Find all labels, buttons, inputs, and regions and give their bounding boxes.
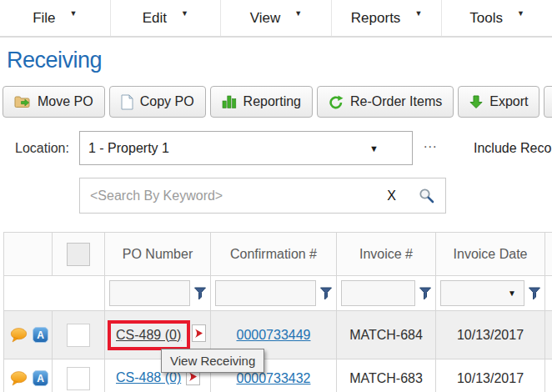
menu-item-label: Tools [469,10,503,27]
search-icon[interactable] [419,188,434,204]
row-checkbox-cell [53,359,105,392]
toolbar-button-partial[interactable] [544,86,552,118]
location-value: 1 - Property 1 [80,141,369,156]
auto-attach-badge-icon[interactable]: A [33,327,48,343]
pdf-icon[interactable] [192,324,206,345]
menu-item-label: Edit [143,10,167,27]
chevron-down-icon: ▼ [70,9,78,18]
toolbar-button-label: Reporting [243,94,301,109]
chevron-down-icon: ▼ [181,9,188,18]
column-header-row-icons [4,233,53,276]
copy-po-button[interactable]: Copy PO [109,86,206,118]
reporting-button[interactable]: Reporting [210,86,313,118]
filter-funnel-icon[interactable] [194,287,206,300]
copy-po-icon [121,94,133,110]
location-more-button[interactable]: ... [419,135,442,152]
column-header-po-number[interactable]: PO Number [105,233,211,276]
search-clear-button[interactable]: X [387,188,396,204]
bar-chart-icon [222,95,237,108]
search-input[interactable] [80,178,387,214]
invoice-cell: MATCH-683 [337,359,436,392]
select-all-checkbox[interactable] [67,243,90,266]
receiving-table: PO Number Confirmation # Invoice # Invoi… [3,232,552,392]
column-header-confirmation[interactable]: Confirmation # [211,233,337,276]
filter-funnel-icon[interactable] [419,287,431,300]
search-box: X [79,178,446,214]
row-icons-cell: A [4,359,53,392]
location-label: Location: [15,131,69,165]
chevron-down-icon: ▼ [369,143,379,153]
chevron-down-icon: ▼ [517,9,524,18]
include-reconciled-label: Include Reconc [474,131,552,165]
refresh-icon [329,95,344,109]
toolbar-button-label: Export [489,94,528,109]
move-po-button[interactable]: Move PO [3,86,105,118]
toolbar: Move PO Copy PO Reporting Re-Order Items… [3,86,552,118]
confirmation-filter-input[interactable] [215,280,316,306]
row-checkbox-cell [53,311,105,359]
svg-text:A: A [37,373,44,384]
comment-bubble-icon[interactable] [10,328,28,343]
table-row: A CS-488 (0) 0000733432 MATCH-683 10/13/… [4,359,552,392]
filter-cell-confirmation [211,276,337,311]
comment-bubble-icon[interactable] [10,371,28,386]
toolbar-button-label: Re-Order Items [350,94,442,109]
row-icons-cell: A [4,311,53,359]
menu-item-reports[interactable]: Reports ▼ [332,0,443,36]
invoice-filter-input[interactable] [341,280,415,306]
menu-item-label: Reports [351,10,401,27]
menu-item-tools[interactable]: Tools ▼ [442,0,552,36]
auto-attach-badge-icon[interactable]: A [33,370,48,386]
confirmation-link[interactable]: 0000733432 [237,371,311,385]
location-dropdown[interactable]: 1 - Property 1 ▼ [79,131,413,165]
filter-cell-empty [4,276,105,311]
confirmation-link[interactable]: 0000733449 [237,328,311,342]
annotation-red-box: CS-489 (0) [108,320,190,350]
filter-funnel-icon[interactable] [529,287,540,300]
invoice-date-cell: 10/13/2017 [436,311,545,359]
menu-item-file[interactable]: File ▼ [0,0,111,36]
filter-cell-partial [545,276,552,311]
filter-cell-invoice-date: ▼ [436,276,545,311]
download-arrow-icon [469,95,483,109]
filter-row: ▼ [4,276,552,311]
partial-cell [545,359,552,392]
table-row: A CS-489 (0) 0000733449 MATCH-684 10/13/… [4,311,552,359]
column-header-invoice-date[interactable]: Invoice Date [436,233,545,276]
table-header-row: PO Number Confirmation # Invoice # Invoi… [4,233,552,276]
page-title: Receiving [7,48,102,73]
row-checkbox[interactable] [67,367,90,390]
filter-cell-po-number [105,276,211,311]
partial-cell [545,311,552,359]
menu-item-edit[interactable]: Edit ▼ [111,0,222,36]
svg-text:A: A [37,329,44,341]
menu-item-label: View [250,10,281,27]
reorder-items-button[interactable]: Re-Order Items [317,86,454,118]
menu-bar: File ▼ Edit ▼ View ▼ Reports ▼ Tools ▼ [0,0,552,38]
menu-item-view[interactable]: View ▼ [221,0,332,36]
invoice-date-cell: 10/13/2017 [436,359,545,392]
po-number-link[interactable]: CS-489 (0) [116,328,181,342]
move-po-icon [14,95,31,108]
toolbar-button-label: Copy PO [140,94,194,109]
tooltip: View Receiving [161,349,264,373]
column-header-partial [545,233,552,276]
column-header-invoice[interactable]: Invoice # [337,233,436,276]
invoice-cell: MATCH-684 [337,311,436,359]
chevron-down-icon: ▼ [294,9,302,18]
toolbar-button-label: Move PO [38,94,93,109]
filter-funnel-icon[interactable] [320,287,332,300]
column-header-checkbox [53,233,105,276]
row-checkbox[interactable] [67,324,90,347]
chevron-down-icon: ▼ [508,289,516,298]
menu-item-label: File [33,10,55,27]
invoice-date-filter-dropdown[interactable]: ▼ [440,280,524,306]
po-number-filter-input[interactable] [109,280,190,306]
export-button[interactable]: Export [458,86,539,118]
chevron-down-icon: ▼ [414,9,422,18]
filter-cell-invoice [337,276,436,311]
